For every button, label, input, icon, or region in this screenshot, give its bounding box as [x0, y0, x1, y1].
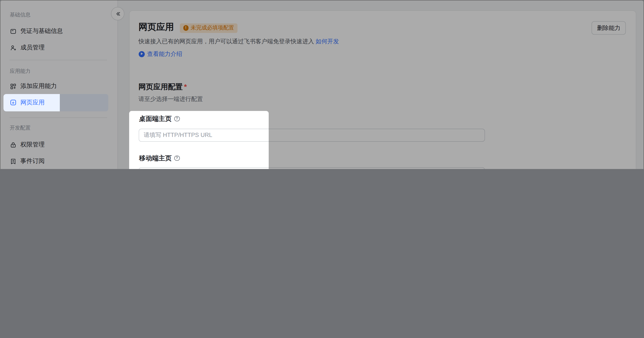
desktop-homepage-label: 桌面端主页 ? — [139, 115, 180, 122]
sidebar-item-web-app[interactable]: e 网页应用 — [4, 94, 60, 111]
mobile-homepage-input[interactable] — [138, 167, 269, 169]
svg-text:e: e — [12, 100, 14, 105]
help-icon[interactable]: ? — [174, 156, 180, 161]
desktop-homepage-input[interactable] — [138, 128, 269, 142]
form-spotlight: 桌面端主页 ? 移动端主页 ? 保存 取消 — [129, 111, 269, 169]
app-window: 基础信息 凭证与基础信息 成员管理 应用能力 添加应用能力 e 网页应用 开发配… — [0, 0, 644, 169]
web-app-icon: e — [10, 99, 16, 106]
mobile-homepage-label: 移动端主页 ? — [139, 155, 180, 162]
guide-dim-overlay — [0, 0, 644, 169]
sidebar-item-spotlight: e 网页应用 — [4, 94, 60, 111]
sidebar-item-label: 网页应用 — [20, 98, 45, 106]
help-icon[interactable]: ? — [174, 116, 180, 122]
